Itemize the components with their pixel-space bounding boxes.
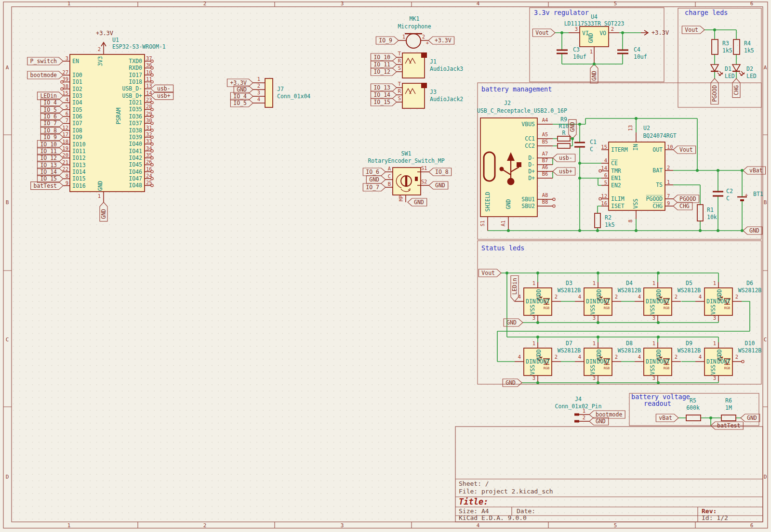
svg-text:Vout: Vout <box>481 270 495 276</box>
power-33v-u4: +3.3V <box>651 29 669 36</box>
power-33v-u1: +3.3V <box>96 30 113 37</box>
frame-col-6-bottom: 6 <box>750 522 754 529</box>
j3-audiojack-symbol[interactable] <box>402 83 427 108</box>
schematic-text: 15 <box>62 90 68 96</box>
schematic-text: SBU2 <box>521 203 535 209</box>
value-c2: C <box>726 195 730 202</box>
schematic-text: DOUT <box>536 298 550 305</box>
schematic-text: P̅G̅O̅O̅D̅ <box>646 195 663 202</box>
schematic-text: 4 <box>578 354 581 360</box>
schematic-text: 3 <box>575 26 578 32</box>
value-d2: LED <box>746 73 757 79</box>
value-c1: C <box>590 146 593 153</box>
schematic-text: IN <box>632 144 639 151</box>
schematic-text: IO21 <box>129 99 142 106</box>
schematic-text: IO13 <box>72 162 86 169</box>
schematic-text: DOUT <box>536 358 550 365</box>
schematic-text: 1 <box>593 280 596 286</box>
schematic-text: IO46 <box>129 169 142 175</box>
ref-r1: R1 <box>707 207 714 213</box>
value-d5: WS2812B <box>678 287 701 294</box>
schematic-text: 1 <box>532 280 535 286</box>
value-d3: WS2812B <box>558 287 581 294</box>
schematic-text: TMR <box>611 168 621 174</box>
note-readout: readout <box>644 400 671 407</box>
svg-text:IO_5: IO_5 <box>233 100 247 106</box>
svg-text:LEDin: LEDin <box>40 92 57 99</box>
ref-u4: U4 <box>591 13 598 20</box>
svg-text:IO_10: IO_10 <box>40 141 57 148</box>
schematic-text: 4 <box>578 294 581 299</box>
svg-text:LEDin: LEDin <box>511 278 518 295</box>
junction-dot <box>597 321 599 324</box>
j1-audiojack-symbol[interactable] <box>402 52 427 78</box>
frame-col-1-top: 1 <box>67 0 71 7</box>
schematic-text: IO41 <box>129 148 142 155</box>
schematic-text: IO14 <box>72 169 86 175</box>
schematic-text: D- <box>528 155 535 161</box>
svg-text:usb-: usb- <box>559 155 572 161</box>
schematic-text: IO17 <box>129 72 142 78</box>
schematic-text: 27 <box>62 69 68 75</box>
schematic-text: 12 <box>601 193 607 199</box>
schematic-text: DOUT <box>717 358 731 365</box>
schematic-text: C <box>388 173 391 179</box>
ref-j7: J7 <box>277 86 284 92</box>
schematic-text: VSS <box>632 199 639 209</box>
schematic-text: 2 <box>615 354 618 360</box>
frame-row-a-right: A <box>764 65 767 71</box>
schematic-text: B7 <box>542 157 548 163</box>
frame-col-4-top: 4 <box>477 0 480 7</box>
ref-c3: C3 <box>573 46 580 53</box>
schematic-text: 39 <box>62 76 68 82</box>
schematic-text: 2 <box>422 34 425 39</box>
j7-connector-body[interactable] <box>265 78 273 107</box>
schematic-text: VSS <box>589 305 596 315</box>
schematic-text: 3 <box>593 315 596 321</box>
schematic-text: R <box>398 88 401 94</box>
schematic-text: 9 <box>66 180 68 186</box>
schematic-text: RXD0 <box>129 65 142 71</box>
schematic-text: 4 <box>604 157 607 163</box>
schematic-text: S2 <box>421 179 427 184</box>
schematic-text: A8 <box>542 192 548 198</box>
junction-dot <box>621 31 624 34</box>
schematic-text: 3 <box>713 315 716 321</box>
schematic-text: IO4 <box>72 99 82 106</box>
value-u1: ESP32-S3-WROOM-1 <box>112 43 166 50</box>
schematic-text: EN <box>72 58 79 65</box>
j4-pin1-pad <box>574 414 579 416</box>
ref-r10: R10 <box>559 123 569 130</box>
junction-dot <box>578 123 581 126</box>
esp32-symbol[interactable]: 3EN27IO039IO138IO215IO34IO45IO56IO67IO71… <box>61 54 153 192</box>
schematic-text: 2 <box>675 354 678 360</box>
ref-r3: R3 <box>722 40 729 47</box>
ref-d2: D2 <box>746 65 753 72</box>
frame-col-2-top: 2 <box>203 0 207 7</box>
junction-dot <box>717 229 719 232</box>
ref-j2: J2 <box>504 100 511 106</box>
junction-dot <box>657 321 660 324</box>
schematic-text: 8 <box>627 220 633 222</box>
schematic-text: GND <box>505 199 512 209</box>
schematic-text: 2 <box>555 354 558 360</box>
schematic-text: D+ <box>528 175 535 182</box>
schematic-canvas[interactable]: 3EN27IO039IO138IO215IO34IO45IO56IO67IO71… <box>0 0 771 532</box>
svg-text:Vout: Vout <box>679 146 693 153</box>
value-r2: 1k5 <box>605 221 615 228</box>
schematic-text: DOUT <box>717 298 731 305</box>
svg-text:GND: GND <box>591 71 598 81</box>
svg-text:GND: GND <box>749 227 759 234</box>
sw1-rotary-encoder-symbol[interactable] <box>393 168 421 195</box>
value-r1: 10k <box>707 214 717 221</box>
value-d7: WS2812B <box>558 347 581 354</box>
schematic-text: 19 <box>62 145 68 151</box>
schematic-text: EN2 <box>611 182 621 189</box>
schematic-text: TXD0 <box>129 58 142 65</box>
schematic-text: 20 <box>62 152 68 158</box>
junction-dot <box>597 336 599 338</box>
schematic-text: VSS <box>529 305 536 315</box>
schematic-text: + <box>745 192 748 198</box>
frame-col-6-top: 6 <box>750 0 754 7</box>
schematic-text: 2 <box>583 415 585 420</box>
